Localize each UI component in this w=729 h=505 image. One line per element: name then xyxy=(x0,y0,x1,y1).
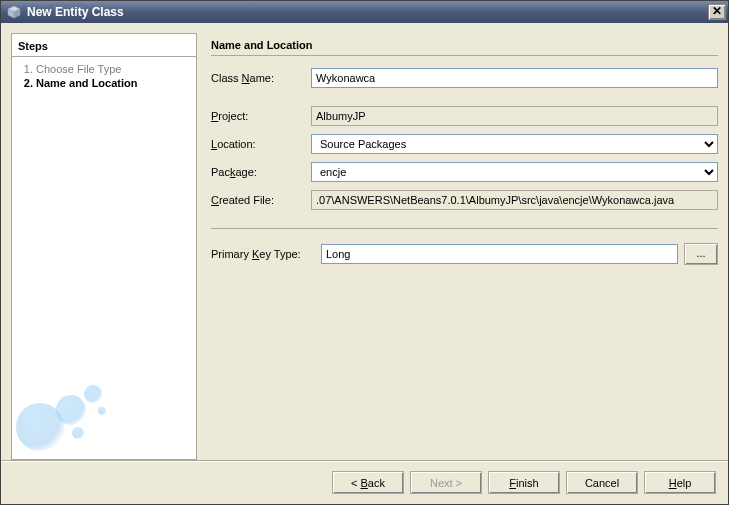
package-select[interactable]: encje xyxy=(311,162,718,182)
class-name-input[interactable] xyxy=(311,68,718,88)
app-icon xyxy=(7,5,21,19)
form-panel: Name and Location Class Name: Project: A… xyxy=(197,33,718,460)
step-2: Name and Location xyxy=(36,77,190,89)
help-button[interactable]: Help xyxy=(644,471,716,494)
created-file-field: .07\ANSWERS\NetBeans7.0.1\AlbumyJP\src\j… xyxy=(311,190,718,210)
next-button: Next > xyxy=(410,471,482,494)
project-field: AlbumyJP xyxy=(311,106,718,126)
package-label: Package: xyxy=(211,166,311,178)
pk-type-input[interactable] xyxy=(321,244,678,264)
dialog-body: Steps Choose File Type Name and Location xyxy=(1,23,728,504)
step-1: Choose File Type xyxy=(36,63,190,75)
new-entity-class-dialog: New Entity Class ✕ Steps Choose File Typ… xyxy=(0,0,729,505)
pk-type-label: Primary Key Type: xyxy=(211,248,321,260)
project-label: Project: xyxy=(211,110,311,122)
pk-type-browse-button[interactable]: ... xyxy=(684,243,718,265)
location-label: Location: xyxy=(211,138,311,150)
form-heading: Name and Location xyxy=(211,33,718,56)
back-button[interactable]: < Back xyxy=(332,471,404,494)
separator xyxy=(211,228,718,229)
titlebar: New Entity Class ✕ xyxy=(1,1,728,23)
close-button[interactable]: ✕ xyxy=(708,4,726,20)
cancel-button[interactable]: Cancel xyxy=(566,471,638,494)
created-file-label: Created File: xyxy=(211,194,311,206)
finish-button[interactable]: Finish xyxy=(488,471,560,494)
steps-panel: Steps Choose File Type Name and Location xyxy=(11,33,197,460)
class-name-label: Class Name: xyxy=(211,72,311,84)
window-title: New Entity Class xyxy=(27,5,124,19)
decorative-bubbles xyxy=(12,379,197,459)
button-bar: < Back Next > Finish Cancel Help xyxy=(1,460,728,504)
steps-heading: Steps xyxy=(12,34,196,57)
location-select[interactable]: Source Packages xyxy=(311,134,718,154)
